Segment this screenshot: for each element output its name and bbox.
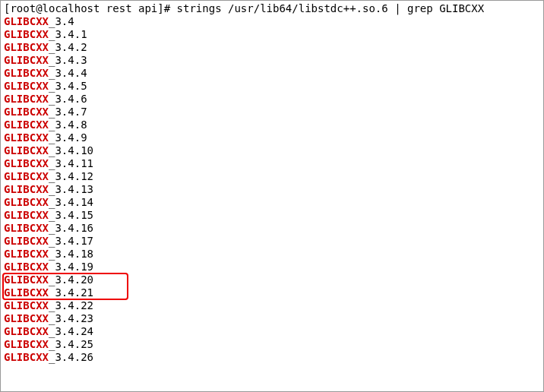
output-line: GLIBCXX_3.4.9 (4, 131, 540, 144)
grep-match: GLIBCXX (4, 106, 49, 118)
grep-match: GLIBCXX (4, 41, 49, 53)
grep-match: GLIBCXX (4, 144, 49, 156)
output-line: GLIBCXX_3.4.25 (4, 338, 540, 351)
output-line: GLIBCXX_3.4.10 (4, 144, 540, 157)
version-suffix: _3.4.16 (49, 222, 93, 234)
version-suffix: _3.4.2 (49, 41, 87, 53)
output-line: GLIBCXX_3.4.5 (4, 80, 540, 93)
version-suffix: _3.4.12 (49, 170, 93, 182)
version-suffix: _3.4.22 (49, 299, 93, 311)
grep-match: GLIBCXX (4, 196, 49, 208)
version-suffix: _3.4.11 (49, 157, 93, 169)
grep-match: GLIBCXX (4, 67, 49, 79)
grep-match: GLIBCXX (4, 351, 49, 363)
output-line: GLIBCXX_3.4.23 (4, 312, 540, 325)
command-prompt-line: [root@localhost rest api]# strings /usr/… (4, 2, 540, 15)
version-suffix: _3.4.20 (49, 273, 93, 286)
output-lines: GLIBCXX_3.4GLIBCXX_3.4.1GLIBCXX_3.4.2GLI… (4, 15, 540, 364)
version-suffix: _3.4.7 (49, 106, 87, 118)
grep-match: GLIBCXX (4, 209, 49, 221)
version-suffix: _3.4.6 (49, 93, 87, 105)
output-line: GLIBCXX_3.4.14 (4, 196, 540, 209)
output-line: GLIBCXX_3.4.6 (4, 93, 540, 106)
version-suffix: _3.4.3 (49, 54, 87, 66)
output-line: GLIBCXX_3.4.11 (4, 157, 540, 170)
version-suffix: _3.4.14 (49, 196, 93, 208)
grep-match: GLIBCXX (4, 54, 49, 66)
grep-match: GLIBCXX (4, 273, 49, 286)
grep-match: GLIBCXX (4, 131, 49, 144)
grep-match: GLIBCXX (4, 119, 49, 131)
grep-match: GLIBCXX (4, 312, 49, 324)
output-line: GLIBCXX_3.4.2 (4, 41, 540, 54)
output-line: GLIBCXX_3.4.16 (4, 222, 540, 235)
version-suffix: _3.4.10 (49, 144, 93, 156)
output-line: GLIBCXX_3.4.7 (4, 106, 540, 119)
grep-match: GLIBCXX (4, 80, 49, 92)
version-suffix: _3.4.8 (49, 119, 87, 131)
grep-match: GLIBCXX (4, 261, 49, 273)
version-suffix: _3.4.1 (49, 28, 87, 40)
output-line: GLIBCXX_3.4.22 (4, 299, 540, 312)
version-suffix: _3.4.18 (49, 248, 93, 260)
grep-match: GLIBCXX (4, 235, 49, 247)
version-suffix: _3.4.24 (49, 325, 93, 337)
version-suffix: _3.4.5 (49, 80, 87, 92)
output-line: GLIBCXX_3.4.26 (4, 351, 540, 364)
grep-match: GLIBCXX (4, 248, 49, 260)
version-suffix: _3.4.19 (49, 261, 93, 273)
output-line: GLIBCXX_3.4.24 (4, 325, 540, 338)
grep-match: GLIBCXX (4, 157, 49, 169)
version-suffix: _3.4.13 (49, 183, 93, 195)
grep-match: GLIBCXX (4, 222, 49, 234)
terminal-output[interactable]: [root@localhost rest api]# strings /usr/… (1, 1, 543, 365)
output-line: GLIBCXX_3.4.1 (4, 28, 540, 41)
version-suffix: _3.4 (49, 15, 74, 27)
grep-match: GLIBCXX (4, 338, 49, 350)
grep-match: GLIBCXX (4, 93, 49, 105)
output-line: GLIBCXX_3.4.17 (4, 235, 540, 248)
grep-match: GLIBCXX (4, 183, 49, 195)
output-line: GLIBCXX_3.4.19 (4, 261, 540, 273)
version-suffix: _3.4.21 (49, 286, 93, 299)
output-line: GLIBCXX_3.4.20 (4, 273, 540, 286)
version-suffix: _3.4.4 (49, 67, 87, 79)
output-line: GLIBCXX_3.4.4 (4, 67, 540, 80)
version-suffix: _3.4.15 (49, 209, 93, 221)
version-suffix: _3.4.17 (49, 235, 93, 247)
grep-match: GLIBCXX (4, 28, 49, 40)
grep-match: GLIBCXX (4, 299, 49, 311)
output-line: GLIBCXX_3.4.3 (4, 54, 540, 67)
output-line: GLIBCXX_3.4.15 (4, 209, 540, 222)
output-line: GLIBCXX_3.4.13 (4, 183, 540, 196)
shell-command: strings /usr/lib64/libstdc++.so.6 | grep… (177, 2, 485, 14)
output-line: GLIBCXX_3.4.18 (4, 248, 540, 261)
output-line: GLIBCXX_3.4.8 (4, 119, 540, 131)
grep-match: GLIBCXX (4, 286, 49, 299)
output-line: GLIBCXX_3.4.12 (4, 170, 540, 183)
grep-match: GLIBCXX (4, 15, 49, 27)
version-suffix: _3.4.23 (49, 312, 93, 324)
version-suffix: _3.4.25 (49, 338, 93, 350)
grep-match: GLIBCXX (4, 170, 49, 182)
output-line: GLIBCXX_3.4.21 (4, 286, 540, 299)
output-line: GLIBCXX_3.4 (4, 15, 540, 28)
version-suffix: _3.4.26 (49, 351, 93, 363)
version-suffix: _3.4.9 (49, 131, 87, 144)
shell-prompt: [root@localhost rest api]# (4, 2, 177, 14)
grep-match: GLIBCXX (4, 325, 49, 337)
